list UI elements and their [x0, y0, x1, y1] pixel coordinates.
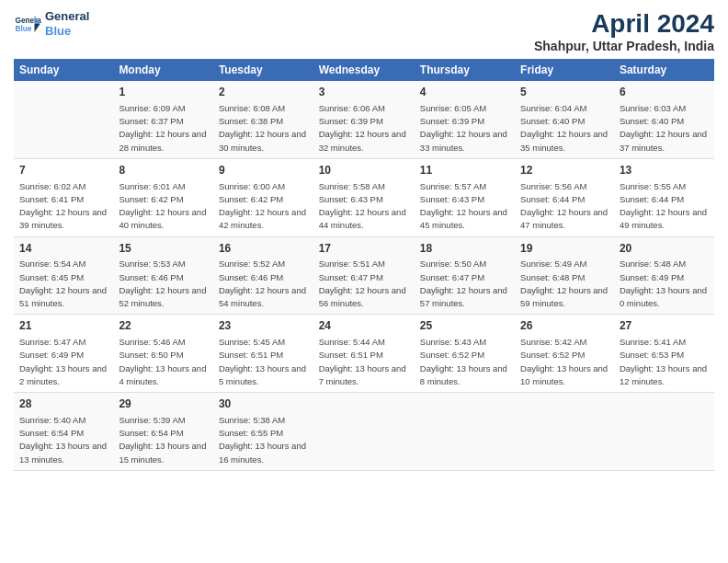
- day-number: 27: [620, 318, 709, 334]
- day-cell: 1 Sunrise: 6:09 AMSunset: 6:37 PMDayligh…: [113, 81, 213, 158]
- day-number: 30: [219, 396, 308, 412]
- day-number: 4: [420, 85, 509, 100]
- col-header-friday: Friday: [515, 59, 614, 81]
- day-number: 18: [420, 241, 509, 257]
- day-number: 1: [119, 85, 208, 100]
- day-cell: 17 Sunrise: 5:51 AMSunset: 6:47 PMDaylig…: [313, 236, 415, 315]
- day-detail: Sunrise: 5:46 AMSunset: 6:50 PMDaylight:…: [119, 337, 206, 386]
- day-detail: Sunrise: 5:54 AMSunset: 6:45 PMDaylight:…: [19, 259, 107, 308]
- day-cell: 23 Sunrise: 5:45 AMSunset: 6:51 PMDaylig…: [213, 315, 313, 393]
- day-detail: Sunrise: 6:02 AMSunset: 6:41 PMDaylight:…: [19, 181, 107, 231]
- day-number: 15: [119, 241, 208, 257]
- day-detail: Sunrise: 5:43 AMSunset: 6:52 PMDaylight:…: [420, 337, 507, 386]
- day-detail: Sunrise: 5:40 AMSunset: 6:54 PMDaylight:…: [19, 415, 107, 465]
- logo-icon: General Blue: [14, 10, 41, 38]
- day-number: 26: [520, 318, 609, 334]
- day-cell: 28 Sunrise: 5:40 AMSunset: 6:54 PMDaylig…: [14, 393, 113, 471]
- day-detail: Sunrise: 5:55 AMSunset: 6:44 PMDaylight:…: [620, 181, 707, 231]
- day-cell: 8 Sunrise: 6:01 AMSunset: 6:42 PMDayligh…: [113, 158, 213, 236]
- day-number: 25: [420, 318, 509, 334]
- day-detail: Sunrise: 5:51 AMSunset: 6:47 PMDaylight:…: [319, 259, 406, 308]
- day-cell: 10 Sunrise: 5:58 AMSunset: 6:43 PMDaylig…: [313, 158, 415, 236]
- header-row: SundayMondayTuesdayWednesdayThursdayFrid…: [14, 59, 714, 81]
- day-number: 19: [520, 241, 609, 257]
- day-number: 20: [620, 241, 709, 257]
- day-cell: 24 Sunrise: 5:44 AMSunset: 6:51 PMDaylig…: [313, 315, 415, 393]
- day-number: 2: [219, 85, 308, 100]
- day-cell: 11 Sunrise: 5:57 AMSunset: 6:43 PMDaylig…: [415, 158, 515, 236]
- day-cell: 27 Sunrise: 5:41 AMSunset: 6:53 PMDaylig…: [614, 315, 714, 393]
- day-detail: Sunrise: 5:53 AMSunset: 6:46 PMDaylight:…: [119, 259, 206, 308]
- day-detail: Sunrise: 5:45 AMSunset: 6:51 PMDaylight:…: [219, 337, 306, 386]
- week-row-0: 1 Sunrise: 6:09 AMSunset: 6:37 PMDayligh…: [14, 81, 714, 158]
- day-number: 10: [319, 163, 409, 178]
- svg-text:Blue: Blue: [16, 24, 32, 32]
- day-cell: 13 Sunrise: 5:55 AMSunset: 6:44 PMDaylig…: [614, 158, 714, 236]
- day-number: 8: [119, 163, 208, 178]
- day-cell: 26 Sunrise: 5:42 AMSunset: 6:52 PMDaylig…: [515, 315, 614, 393]
- day-detail: Sunrise: 5:57 AMSunset: 6:43 PMDaylight:…: [420, 181, 507, 231]
- week-row-3: 21 Sunrise: 5:47 AMSunset: 6:49 PMDaylig…: [14, 315, 714, 393]
- col-header-thursday: Thursday: [415, 59, 515, 81]
- day-number: 11: [420, 163, 509, 178]
- day-detail: Sunrise: 6:01 AMSunset: 6:42 PMDaylight:…: [119, 181, 206, 231]
- day-detail: Sunrise: 5:56 AMSunset: 6:44 PMDaylight:…: [520, 181, 608, 231]
- day-number: 24: [319, 318, 409, 334]
- day-number: 13: [620, 163, 709, 178]
- day-detail: Sunrise: 5:44 AMSunset: 6:51 PMDaylight:…: [319, 337, 406, 386]
- day-detail: Sunrise: 6:09 AMSunset: 6:37 PMDaylight:…: [119, 103, 206, 153]
- calendar-table: SundayMondayTuesdayWednesdayThursdayFrid…: [14, 59, 714, 471]
- day-cell: 30 Sunrise: 5:38 AMSunset: 6:55 PMDaylig…: [213, 393, 313, 471]
- day-cell: 9 Sunrise: 6:00 AMSunset: 6:42 PMDayligh…: [213, 158, 313, 236]
- day-cell: 29 Sunrise: 5:39 AMSunset: 6:54 PMDaylig…: [113, 393, 213, 471]
- day-detail: Sunrise: 6:08 AMSunset: 6:38 PMDaylight:…: [219, 103, 306, 153]
- day-cell: 18 Sunrise: 5:50 AMSunset: 6:47 PMDaylig…: [415, 236, 515, 315]
- day-number: 9: [219, 163, 308, 178]
- day-number: 21: [19, 318, 108, 334]
- day-detail: Sunrise: 5:41 AMSunset: 6:53 PMDaylight:…: [620, 337, 707, 386]
- day-cell: 16 Sunrise: 5:52 AMSunset: 6:46 PMDaylig…: [213, 236, 313, 315]
- day-cell: 21 Sunrise: 5:47 AMSunset: 6:49 PMDaylig…: [14, 315, 113, 393]
- day-cell: 20 Sunrise: 5:48 AMSunset: 6:49 PMDaylig…: [614, 236, 714, 315]
- header: General Blue General Blue April 2024 Sha…: [14, 9, 714, 53]
- day-detail: Sunrise: 5:47 AMSunset: 6:49 PMDaylight:…: [19, 337, 107, 386]
- day-number: 28: [19, 396, 108, 412]
- day-number: 3: [319, 85, 409, 100]
- col-header-monday: Monday: [113, 59, 213, 81]
- day-number: 7: [19, 163, 108, 178]
- day-cell: 14 Sunrise: 5:54 AMSunset: 6:45 PMDaylig…: [14, 236, 113, 315]
- svg-marker-3: [35, 24, 40, 32]
- day-detail: Sunrise: 5:42 AMSunset: 6:52 PMDaylight:…: [520, 337, 608, 386]
- day-cell: 12 Sunrise: 5:56 AMSunset: 6:44 PMDaylig…: [515, 158, 614, 236]
- day-cell: 3 Sunrise: 6:06 AMSunset: 6:39 PMDayligh…: [313, 81, 415, 158]
- day-detail: Sunrise: 5:58 AMSunset: 6:43 PMDaylight:…: [319, 181, 406, 231]
- day-cell: 19 Sunrise: 5:49 AMSunset: 6:48 PMDaylig…: [515, 236, 614, 315]
- day-detail: Sunrise: 5:52 AMSunset: 6:46 PMDaylight:…: [219, 259, 306, 308]
- day-detail: Sunrise: 5:48 AMSunset: 6:49 PMDaylight:…: [620, 259, 707, 308]
- logo: General Blue General Blue: [14, 9, 89, 38]
- day-number: 14: [19, 241, 108, 257]
- day-detail: Sunrise: 6:04 AMSunset: 6:40 PMDaylight:…: [520, 103, 608, 153]
- day-cell: 7 Sunrise: 6:02 AMSunset: 6:41 PMDayligh…: [14, 158, 113, 236]
- day-detail: Sunrise: 6:03 AMSunset: 6:40 PMDaylight:…: [620, 103, 707, 153]
- day-detail: Sunrise: 5:39 AMSunset: 6:54 PMDaylight:…: [119, 415, 206, 465]
- week-row-1: 7 Sunrise: 6:02 AMSunset: 6:41 PMDayligh…: [14, 158, 714, 236]
- day-detail: Sunrise: 5:50 AMSunset: 6:47 PMDaylight:…: [420, 259, 507, 308]
- day-cell: [614, 393, 714, 471]
- col-header-wednesday: Wednesday: [313, 59, 415, 81]
- logo-text-line1: General: [45, 9, 89, 24]
- col-header-sunday: Sunday: [14, 59, 113, 81]
- day-detail: Sunrise: 5:38 AMSunset: 6:55 PMDaylight:…: [219, 415, 306, 465]
- day-detail: Sunrise: 6:06 AMSunset: 6:39 PMDaylight:…: [319, 103, 406, 153]
- week-row-2: 14 Sunrise: 5:54 AMSunset: 6:45 PMDaylig…: [14, 236, 714, 315]
- day-detail: Sunrise: 5:49 AMSunset: 6:48 PMDaylight:…: [520, 259, 608, 308]
- week-row-4: 28 Sunrise: 5:40 AMSunset: 6:54 PMDaylig…: [14, 393, 714, 471]
- logo-text-line2: Blue: [45, 24, 89, 39]
- day-cell: [313, 393, 415, 471]
- day-cell: 4 Sunrise: 6:05 AMSunset: 6:39 PMDayligh…: [415, 81, 515, 158]
- day-number: 5: [520, 85, 609, 100]
- day-cell: 22 Sunrise: 5:46 AMSunset: 6:50 PMDaylig…: [113, 315, 213, 393]
- day-detail: Sunrise: 6:05 AMSunset: 6:39 PMDaylight:…: [420, 103, 507, 153]
- subtitle: Shahpur, Uttar Pradesh, India: [534, 39, 714, 53]
- day-cell: [14, 81, 113, 158]
